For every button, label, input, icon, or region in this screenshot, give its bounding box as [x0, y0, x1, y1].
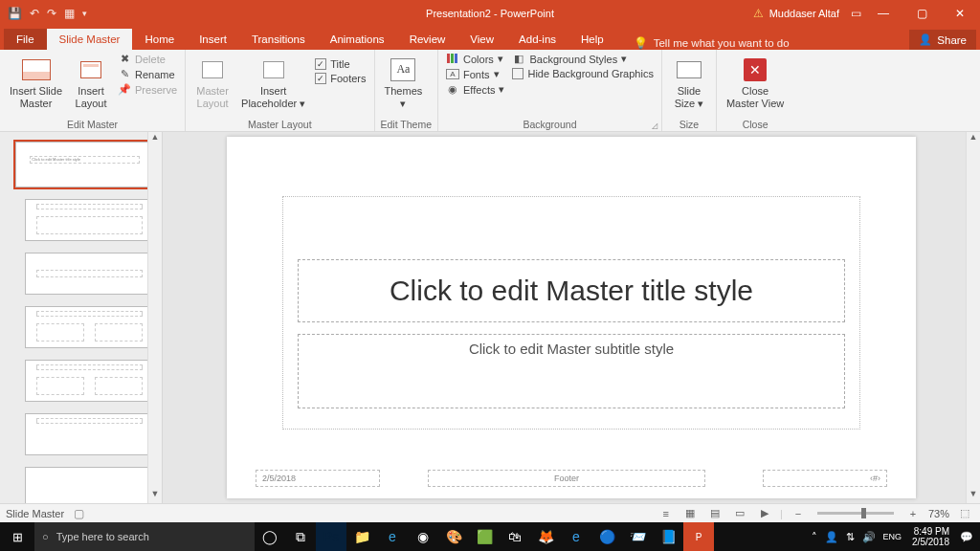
app-icon[interactable]: Ps: [316, 522, 346, 551]
zoom-out-button[interactable]: −: [789, 506, 808, 521]
layout-icon: [80, 61, 101, 78]
people-icon[interactable]: 👤: [822, 531, 841, 543]
tab-home[interactable]: Home: [132, 29, 187, 50]
undo-icon[interactable]: ↶: [30, 7, 39, 20]
store-icon[interactable]: 🛍: [500, 522, 530, 551]
tab-help[interactable]: Help: [568, 29, 616, 50]
ribbon-tabs: File Slide Master Home Insert Transition…: [0, 27, 980, 50]
close-master-view-button[interactable]: ✕ Close Master View: [723, 52, 788, 109]
date-placeholder[interactable]: 2/5/2018: [256, 470, 380, 487]
tab-view[interactable]: View: [457, 29, 506, 50]
tell-me-label: Tell me what you want to do: [654, 37, 790, 49]
ribbon-display-icon[interactable]: ▭: [851, 7, 861, 20]
dialog-launcher-icon[interactable]: ◿: [652, 121, 657, 130]
share-label: Share: [937, 34, 967, 46]
slide-canvas[interactable]: Click to edit Master title style Click t…: [227, 137, 916, 498]
layout-thumbnail[interactable]: [25, 413, 154, 455]
hide-bg-checkbox[interactable]: Hide Background Graphics: [510, 67, 655, 80]
themes-button[interactable]: Aa Themes▾: [381, 52, 427, 109]
app-icon[interactable]: 📨: [622, 522, 653, 551]
maximize-button[interactable]: ▢: [905, 0, 938, 27]
zoom-in-button[interactable]: +: [903, 506, 923, 521]
slideshow-icon[interactable]: ▶: [755, 506, 774, 521]
slide-sorter-icon[interactable]: ▤: [705, 506, 724, 521]
ie-icon[interactable]: e: [377, 522, 408, 551]
tray-overflow-icon[interactable]: ˄: [809, 531, 820, 543]
share-button[interactable]: 👤 Share: [909, 30, 976, 50]
insert-slide-master-button[interactable]: Insert Slide Master: [6, 52, 66, 109]
app-icon[interactable]: 🟩: [469, 522, 500, 551]
slide-size-button[interactable]: Slide Size ▾: [668, 52, 710, 109]
spellcheck-icon[interactable]: ▢: [74, 507, 84, 520]
rename-button[interactable]: ✎Rename: [116, 67, 179, 81]
scroll-up-icon[interactable]: ▲: [967, 132, 980, 146]
taskbar-clock[interactable]: 8:49 PM 2/5/2018: [906, 526, 955, 547]
reading-view-icon[interactable]: ▭: [730, 506, 749, 521]
tab-transitions[interactable]: Transitions: [239, 29, 318, 50]
powerpoint-taskbar-icon[interactable]: P: [683, 522, 714, 551]
zoom-slider[interactable]: [817, 512, 894, 515]
effects-button[interactable]: ◉Effects ▾: [444, 82, 506, 97]
normal-view-icon[interactable]: ▦: [680, 506, 700, 521]
thumbnail-scrollbar[interactable]: ▲ ▼: [147, 132, 162, 503]
tab-animations[interactable]: Animations: [318, 29, 397, 50]
redo-icon[interactable]: ↷: [47, 7, 56, 20]
insert-placeholder-button[interactable]: Insert Placeholder ▾: [237, 52, 309, 109]
task-view-icon[interactable]: ⧉: [285, 522, 316, 551]
minimize-button[interactable]: —: [867, 0, 900, 27]
layout-thumbnail[interactable]: [25, 306, 154, 348]
start-from-beginning-icon[interactable]: ▦: [64, 7, 75, 20]
cortana-icon[interactable]: ◯: [255, 522, 285, 551]
insert-layout-button[interactable]: Insert Layout: [70, 52, 112, 109]
title-placeholder[interactable]: Click to edit Master title style: [298, 259, 845, 322]
fit-to-window-icon[interactable]: ⬚: [955, 506, 974, 521]
title-checkbox[interactable]: ✓Title: [313, 57, 368, 71]
fonts-button[interactable]: AFonts ▾: [444, 67, 506, 81]
subtitle-placeholder[interactable]: Click to edit Master subtitle style: [298, 334, 845, 408]
network-icon[interactable]: ⇅: [843, 531, 858, 543]
editor-scrollbar[interactable]: ▲ ▼: [966, 132, 980, 503]
scroll-down-icon[interactable]: ▼: [967, 489, 980, 503]
layout-thumbnail[interactable]: [25, 467, 154, 503]
colors-button[interactable]: Colors ▾: [444, 52, 506, 66]
app-icon[interactable]: 📘: [653, 522, 683, 551]
tell-me-search[interactable]: 💡 Tell me what you want to do: [634, 36, 790, 50]
user-name[interactable]: Muddaser Altaf: [769, 8, 839, 19]
footers-checkbox[interactable]: ✓Footers: [313, 72, 368, 85]
edge-icon[interactable]: e: [561, 522, 591, 551]
group-label: Close: [723, 117, 788, 131]
volume-icon[interactable]: 🔊: [859, 531, 879, 543]
chrome-icon[interactable]: ◉: [408, 522, 438, 551]
quick-access-toolbar: 💾 ↶ ↷ ▦ ▾: [0, 7, 87, 20]
scroll-up-icon[interactable]: ▲: [148, 132, 162, 146]
slide-master-icon: [22, 59, 51, 80]
notes-button[interactable]: ≡: [663, 508, 676, 519]
footer-placeholder[interactable]: Footer: [428, 470, 705, 487]
layout-thumbnail[interactable]: [25, 360, 154, 402]
scroll-down-icon[interactable]: ▼: [148, 489, 162, 503]
group-close: ✕ Close Master View Close: [717, 50, 793, 131]
close-window-button[interactable]: ✕: [944, 0, 976, 27]
tab-file[interactable]: File: [4, 29, 47, 50]
save-icon[interactable]: 💾: [8, 7, 22, 20]
action-center-icon[interactable]: 💬: [957, 531, 976, 543]
background-styles-button[interactable]: ◧Background Styles ▾: [510, 52, 655, 66]
slide-master-thumbnail[interactable]: Click to edit Master title style: [15, 142, 154, 187]
tab-insert[interactable]: Insert: [187, 29, 239, 50]
zoom-level[interactable]: 73%: [928, 508, 949, 519]
app-icon[interactable]: 🎨: [438, 522, 469, 551]
app-icon[interactable]: 🔵: [591, 522, 622, 551]
layout-thumbnail[interactable]: [25, 199, 154, 241]
tab-review[interactable]: Review: [397, 29, 458, 50]
taskbar-search[interactable]: ○ Type here to search: [34, 522, 255, 551]
preserve-button: 📌Preserve: [116, 82, 179, 97]
start-button[interactable]: ⊞: [0, 522, 34, 551]
firefox-icon[interactable]: 🦊: [530, 522, 561, 551]
tab-addins[interactable]: Add-ins: [506, 29, 568, 50]
layout-thumbnail[interactable]: [25, 253, 154, 295]
language-icon[interactable]: ENG: [880, 532, 905, 541]
tab-slide-master[interactable]: Slide Master: [47, 29, 133, 50]
qat-dropdown-icon[interactable]: ▾: [82, 9, 87, 18]
slide-number-placeholder[interactable]: ‹#›: [763, 470, 887, 487]
file-explorer-icon[interactable]: 📁: [346, 522, 377, 551]
